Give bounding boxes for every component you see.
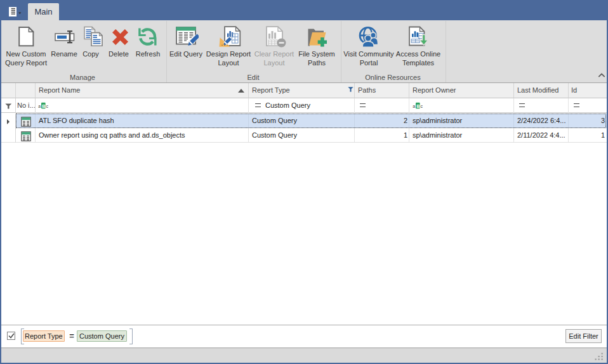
svg-text:B: B bbox=[416, 103, 420, 109]
svg-text:c: c bbox=[46, 104, 49, 108]
svg-text:c: c bbox=[421, 104, 423, 108]
svg-text:a: a bbox=[38, 104, 41, 108]
svg-text:B: B bbox=[42, 103, 46, 109]
svg-text:a: a bbox=[413, 104, 415, 108]
